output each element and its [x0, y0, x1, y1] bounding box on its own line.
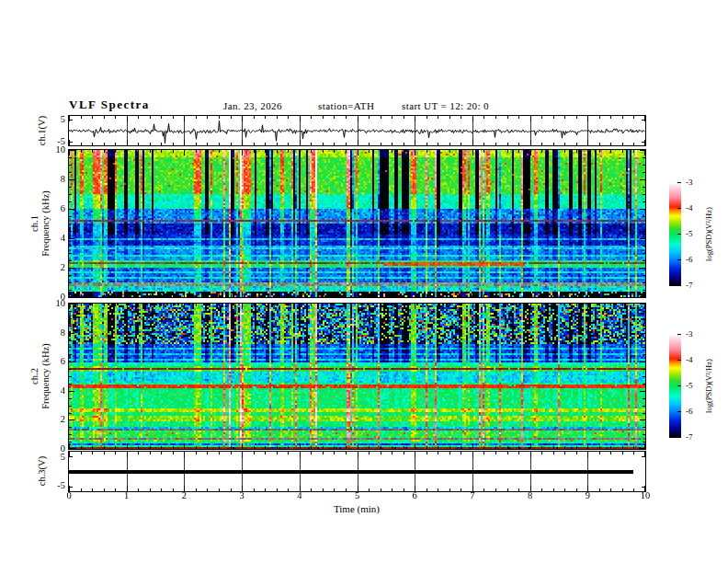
ch2-freq-tick-label: 10 — [43, 298, 65, 309]
colorbar-tick-label: -6 — [686, 255, 702, 265]
figure-title: VLF Spectra — [69, 98, 150, 112]
ch1-voltage-panel — [68, 115, 646, 146]
ch1-freq-tick-label: 2 — [43, 262, 65, 273]
ch2-freq-tick-label: 2 — [43, 414, 65, 425]
x-tick-label: 0 — [60, 490, 78, 501]
ch2-spectrogram-panel — [68, 303, 646, 450]
ch3-voltage-panel — [68, 451, 646, 492]
ch1-frequency-axis-label: ch.1 Frequency (kHz) — [29, 145, 51, 302]
ch1-volt-tick-label: 5 — [43, 114, 65, 125]
x-tick-label: 3 — [233, 490, 251, 501]
ch2-freq-tick-label: 8 — [43, 327, 65, 339]
colorbar-tick-label: -5 — [686, 229, 702, 239]
x-tick-label: 5 — [348, 490, 367, 501]
colorbar-tick-label: -3 — [686, 178, 702, 188]
x-tick-label: 7 — [463, 490, 482, 501]
ch1-spectrogram-panel — [68, 149, 646, 298]
ch1-freq-tick-label: 8 — [43, 174, 65, 185]
ch2-freq-tick-label: 4 — [43, 385, 65, 396]
ch1-volt-tick-label: -5 — [43, 136, 65, 147]
x-tick-label: 1 — [118, 490, 136, 501]
ch3-volt-tick-label: -5 — [43, 480, 65, 491]
colorbar-tick-label: -5 — [686, 381, 702, 391]
time-axis-label: Time (min) — [292, 503, 421, 514]
x-tick-label: 6 — [405, 490, 424, 501]
colorbar2-label: log(PSD)(V²/Hz) — [704, 327, 714, 446]
ch2-colorbar — [669, 334, 681, 438]
colorbar-tick-label: -4 — [686, 203, 702, 213]
ch1-freq-tick-label: 4 — [43, 233, 65, 244]
ch1-colorbar — [669, 182, 681, 286]
x-tick-label: 8 — [521, 490, 540, 501]
colorbar1-label: log(PSD)(V²/Hz) — [704, 175, 714, 294]
colorbar-tick-label: -7 — [686, 281, 702, 291]
ch3-volt-tick-label: 5 — [43, 452, 65, 463]
vlf-spectra-figure: VLF Spectra Jan. 23, 2026 station=ATH st… — [0, 0, 728, 563]
header-station: station=ATH — [318, 100, 374, 111]
ch1-freq-tick-label: 6 — [43, 203, 65, 214]
ch2-freq-tick-label: 6 — [43, 356, 65, 367]
colorbar-tick-label: -7 — [686, 432, 702, 442]
ch3-voltage-axis-label: ch.3(V) — [37, 416, 48, 526]
x-tick-label: 2 — [175, 490, 193, 501]
colorbar-tick-label: -6 — [686, 407, 702, 417]
header-date: Jan. 23, 2026 — [223, 100, 282, 111]
colorbar-tick-label: -3 — [686, 329, 702, 339]
x-tick-label: 4 — [290, 490, 309, 501]
x-tick-label: 10 — [636, 490, 654, 501]
x-tick-label: 9 — [578, 490, 597, 501]
header-start-ut: start UT = 12: 20: 0 — [402, 100, 489, 111]
colorbar-tick-label: -4 — [686, 355, 702, 365]
